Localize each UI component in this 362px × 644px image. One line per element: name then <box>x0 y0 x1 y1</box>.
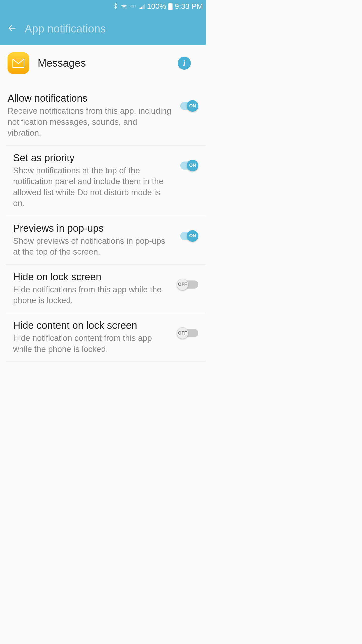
setting-text: Previews in pop-ups Show previews of not… <box>13 223 172 257</box>
toggle-allow-notifications[interactable]: ON <box>177 100 198 112</box>
toggle-state-label: OFF <box>177 279 188 290</box>
network-type-label: 4G⫀ <box>130 5 137 8</box>
app-header: Messages i <box>0 45 206 81</box>
battery-icon <box>168 3 173 10</box>
setting-title: Hide on lock screen <box>13 271 172 283</box>
toggle-state-label: ON <box>187 160 198 171</box>
setting-description: Hide notifications from this app while t… <box>13 284 172 306</box>
setting-hide-on-lock-screen[interactable]: Hide on lock screen Hide notifications f… <box>6 264 206 313</box>
setting-title: Previews in pop-ups <box>13 223 172 234</box>
app-bar: App notifications <box>0 13 206 45</box>
setting-text: Set as priority Show notifications at th… <box>13 152 172 209</box>
setting-allow-notifications[interactable]: Allow notifications Receive notification… <box>0 86 206 145</box>
setting-text: Allow notifications Receive notification… <box>8 93 172 138</box>
toggle-state-label: OFF <box>177 327 188 339</box>
toggle-set-as-priority[interactable]: ON <box>177 160 198 171</box>
messages-app-icon <box>8 52 29 74</box>
page-title: App notifications <box>25 22 106 35</box>
setting-description: Show previews of notifications in pop-up… <box>13 235 172 257</box>
info-icon[interactable]: i <box>178 57 191 70</box>
status-bar: 4G⫀ 100% 9:33 PM <box>0 0 206 13</box>
svg-point-0 <box>125 8 127 9</box>
setting-title: Hide content on lock screen <box>13 320 172 331</box>
setting-set-as-priority[interactable]: Set as priority Show notifications at th… <box>6 145 206 216</box>
toggle-state-label: ON <box>187 230 198 242</box>
status-icons: 4G⫀ <box>113 3 145 10</box>
toggle-hide-content-on-lock-screen[interactable]: OFF <box>177 327 198 339</box>
setting-description: Receive notifications from this app, inc… <box>8 105 172 138</box>
app-name: Messages <box>38 57 169 69</box>
signal-icon <box>139 4 145 9</box>
setting-text: Hide content on lock screen Hide notific… <box>13 320 172 354</box>
setting-text: Hide on lock screen Hide notifications f… <box>13 271 172 306</box>
toggle-state-label: ON <box>187 100 198 112</box>
bluetooth-icon <box>113 3 118 10</box>
clock-label: 9:33 PM <box>175 2 203 11</box>
setting-hide-content-on-lock-screen[interactable]: Hide content on lock screen Hide notific… <box>6 313 206 361</box>
settings-list: Allow notifications Receive notification… <box>0 86 206 366</box>
toggle-previews-in-popups[interactable]: ON <box>177 230 198 242</box>
svg-rect-2 <box>169 3 171 4</box>
toggle-hide-on-lock-screen[interactable]: OFF <box>177 279 198 290</box>
setting-description: Show notifications at the top of the not… <box>13 165 172 209</box>
setting-previews-in-popups[interactable]: Previews in pop-ups Show previews of not… <box>6 216 206 264</box>
wifi-icon <box>120 4 127 9</box>
more-settings-link[interactable]: More settings <box>6 361 206 366</box>
battery-percentage: 100% <box>147 2 166 11</box>
back-icon[interactable] <box>7 23 17 34</box>
setting-description: Hide notification content from this app … <box>13 333 172 354</box>
setting-title: Allow notifications <box>8 93 172 104</box>
setting-title: Set as priority <box>13 152 172 164</box>
svg-rect-1 <box>168 4 173 10</box>
